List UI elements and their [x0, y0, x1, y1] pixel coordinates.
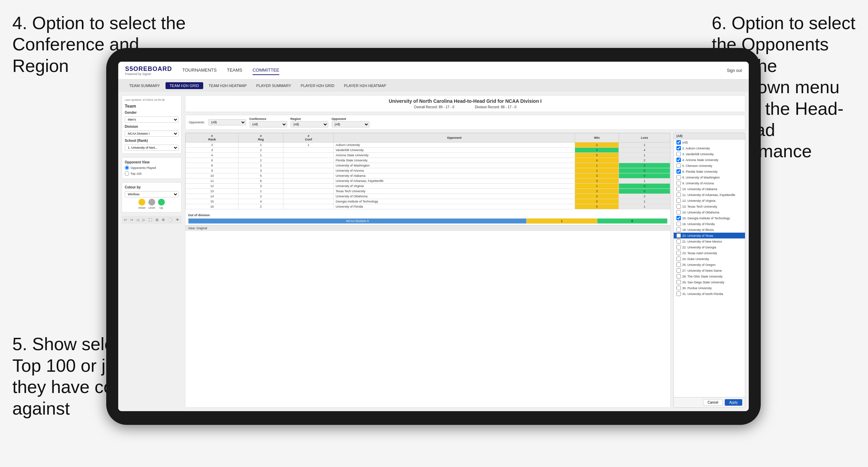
radio-top-100[interactable]: Top 100 — [125, 171, 179, 176]
undo-btn[interactable]: ↩ — [123, 217, 128, 222]
sidebar-colour-select[interactable]: Win/loss — [125, 191, 179, 197]
dropdown-item[interactable]: 4. Arizona State University — [674, 157, 745, 163]
left-sidebar: Last Updated: 4/7/2024 16:55:38 Team Gen… — [122, 95, 182, 408]
dropdown-list[interactable]: (All)2. Auburn University3. Vanderbilt U… — [674, 139, 745, 397]
dropdown-item[interactable]: 25. University of Oregon — [674, 262, 745, 268]
reg-cell: 2 — [239, 204, 283, 209]
conf-cell — [283, 153, 334, 158]
dropdown-item[interactable]: 5. Clemson University — [674, 163, 745, 169]
dropdown-item[interactable]: 8. University of Washington — [674, 174, 745, 180]
dropdown-item[interactable]: 3. Vanderbilt University — [674, 151, 745, 157]
dropdown-item[interactable]: (All) — [674, 139, 745, 145]
radio-group: Opponents Played Top 100 — [125, 165, 179, 176]
opponents-select[interactable]: (All) — [208, 119, 246, 125]
dropdown-item[interactable]: 11. University of Arkansas, Fayetteville — [674, 192, 745, 198]
dropdown-item[interactable]: 14. University of Oklahoma — [674, 209, 745, 215]
logo-area: S5OREBOARD Powered by Signet — [125, 65, 172, 76]
reg-cell: 1 — [239, 143, 283, 148]
region-select[interactable]: (All) — [291, 121, 328, 127]
col-loss: Loss — [619, 133, 670, 143]
view-btn[interactable]: 👁 — [175, 217, 180, 222]
nav-committee[interactable]: COMMITTEE — [253, 66, 279, 75]
sub-nav-player-summary[interactable]: PLAYER SUMMARY — [252, 82, 295, 89]
rank-cell: 16 — [186, 204, 239, 209]
legend-level: Level — [148, 199, 155, 209]
dropdown-item[interactable]: 30. Purdue University — [674, 285, 745, 291]
zoom-btn[interactable]: ⛶ — [148, 217, 153, 222]
sub-nav-team-h2h-heatmap[interactable]: TEAM H2H HEATMAP — [205, 82, 251, 89]
dropdown-item[interactable]: 24. Duke University — [674, 256, 745, 262]
dropdown-item[interactable]: 12. University of Virginia — [674, 198, 745, 204]
dropdown-item[interactable]: 22. University of Georgia — [674, 244, 745, 250]
dropdown-item[interactable]: 21. University of New Mexico — [674, 238, 745, 244]
dropdown-item[interactable]: 13. Texas Tech University — [674, 204, 745, 209]
dropdown-item[interactable]: 18. University of Illinois — [674, 227, 745, 233]
loss-cell: 1 — [619, 199, 670, 204]
opponent-filter-group: Opponent (All) — [332, 117, 369, 127]
sub-nav-team-summary[interactable]: TEAM SUMMARY — [125, 82, 164, 89]
sidebar-school-select[interactable]: 1. University of Nort... — [125, 145, 179, 151]
dropdown-item[interactable]: 10. University of Alabama — [674, 186, 745, 192]
dropdown-item[interactable]: 27. University of Notre Dame — [674, 268, 745, 273]
sidebar-colour-label: Colour by — [125, 185, 179, 189]
out-div-cell-win: 1 — [527, 219, 597, 224]
main-content: Last Updated: 4/7/2024 16:55:38 Team Gen… — [118, 92, 749, 411]
loss-cell: 4 — [619, 148, 670, 153]
conf-cell — [283, 189, 334, 194]
logo-text: S5OREBOARD — [125, 65, 172, 72]
table-row: 3 2 Vanderbilt University 0 4 — [186, 148, 670, 153]
dropdown-panel[interactable]: (All) (All)2. Auburn University3. Vander… — [673, 133, 745, 408]
clock-btn[interactable]: 🕐 — [167, 217, 173, 222]
dropdown-item[interactable]: 31. University of North Florida — [674, 291, 745, 297]
view-label: View: Original — [188, 226, 207, 230]
dropdown-item[interactable]: 20. University of Texas — [674, 233, 745, 238]
dropdown-item[interactable]: 16. University of Florida — [674, 221, 745, 227]
dropdown-item[interactable]: 9. University of Arizona — [674, 180, 745, 186]
table-row: 6 2 Florida State University 4 2 — [186, 158, 670, 163]
back-btn[interactable]: ◁ — [135, 217, 140, 222]
reg-cell: 1 — [239, 189, 283, 194]
sidebar-school-label: School (Rank) — [125, 139, 179, 143]
conference-select[interactable]: (All) — [249, 121, 287, 127]
dropdown-item[interactable]: 23. Texas A&M University — [674, 250, 745, 256]
dropdown-header: (All) — [674, 133, 745, 139]
sub-nav-team-h2h-grid[interactable]: TEAM H2H GRID — [166, 82, 203, 89]
rank-cell: 10 — [186, 173, 239, 179]
sub-nav: TEAM SUMMARY TEAM H2H GRID TEAM H2H HEAT… — [118, 79, 749, 92]
copy-btn[interactable]: ⊞ — [155, 217, 159, 222]
right-content: University of North Carolina Head-to-Hea… — [185, 95, 745, 408]
win-cell: 1 — [575, 184, 619, 189]
sidebar-gender-select[interactable]: Men's — [125, 116, 179, 123]
table-row: 8 2 University of Washington 1 0 — [186, 163, 670, 168]
dropdown-item[interactable]: 2. Auburn University — [674, 145, 745, 151]
opponent-select[interactable]: (All) — [332, 121, 369, 127]
dropdown-item[interactable]: 15. Georgia Institute of Technology — [674, 215, 745, 221]
table-row: NCAA Division II 1 0 — [188, 219, 668, 224]
cancel-button[interactable]: Cancel — [703, 399, 723, 406]
dropdown-footer: Cancel Apply — [674, 397, 745, 407]
rank-cell: 15 — [186, 199, 239, 204]
color-legend: Down Level Up — [125, 199, 179, 209]
sign-out-link[interactable]: Sign out — [727, 68, 742, 73]
opponent-cell: Vanderbilt University — [334, 148, 575, 153]
rank-cell: 8 — [186, 163, 239, 168]
dropdown-item[interactable]: 6. Florida State University — [674, 169, 745, 174]
radio-opponents-played[interactable]: Opponents Played — [125, 165, 179, 170]
rank-cell: 11 — [186, 179, 239, 184]
sub-nav-player-h2h-heatmap[interactable]: PLAYER H2H HEATMAP — [340, 82, 390, 89]
nav-tournaments[interactable]: TOURNAMENTS — [182, 66, 217, 75]
nav-teams[interactable]: TEAMS — [227, 66, 242, 75]
dropdown-item[interactable]: 29. San Diego State University — [674, 279, 745, 285]
rank-cell: 13 — [186, 189, 239, 194]
conf-cell — [283, 194, 334, 199]
win-cell: 3 — [575, 189, 619, 194]
sidebar-division-select[interactable]: NCAA Division I — [125, 131, 179, 137]
reg-cell: 4 — [239, 199, 283, 204]
apply-button[interactable]: Apply — [725, 399, 742, 406]
forward-btn[interactable]: ▷ — [142, 217, 146, 222]
dropdown-item[interactable]: 28. The Ohio State University — [674, 273, 745, 279]
redo-btn[interactable]: ↪ — [129, 217, 134, 222]
settings-btn[interactable]: ⚙ — [161, 217, 166, 222]
sub-nav-player-h2h-grid[interactable]: PLAYER H2H GRID — [297, 82, 339, 89]
sidebar-team-title: Team — [125, 103, 179, 109]
